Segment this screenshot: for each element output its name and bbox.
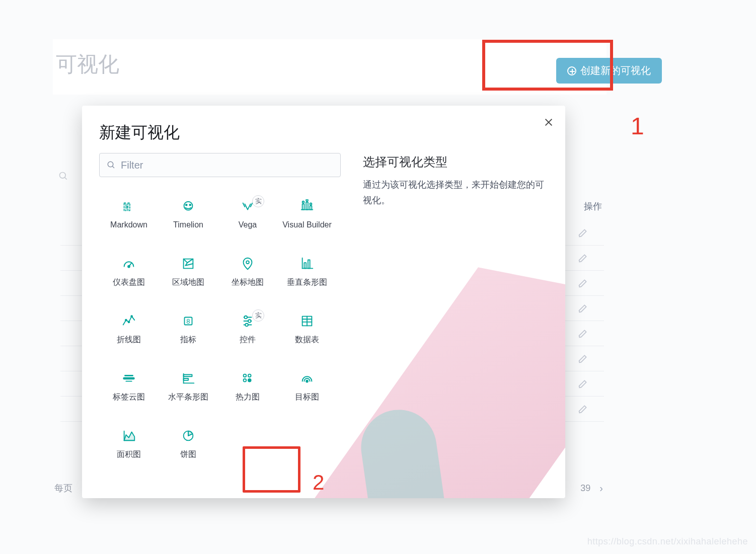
visualbuilder-icon [299, 199, 315, 214]
viz-label: 垂直条形图 [287, 277, 327, 288]
svg-point-24 [131, 315, 132, 317]
viz-type-pie[interactable]: 饼图 [159, 421, 218, 467]
chevron-right-icon[interactable]: › [599, 483, 603, 494]
svg-point-44 [244, 374, 247, 377]
filter-placeholder: Filter [121, 160, 143, 171]
create-visualization-button[interactable]: 创建新的可视化 [556, 58, 662, 84]
viz-label: 水平条形图 [168, 392, 208, 403]
viz-label: 折线图 [117, 335, 141, 345]
viz-type-timelion[interactable]: Timelion [159, 191, 218, 238]
annotation-number-2: 2 [313, 470, 324, 495]
svg-point-13 [310, 203, 312, 205]
svg-rect-20 [304, 263, 306, 268]
modal-left: Filter TMarkdownTimelion实VegaVisual Buil… [99, 153, 346, 495]
per-page-label[interactable]: 每页 [54, 482, 72, 494]
viz-type-vega[interactable]: 实Vega [218, 191, 277, 238]
svg-point-28 [244, 315, 247, 319]
svg-point-46 [244, 378, 247, 381]
svg-rect-43 [184, 378, 188, 380]
viz-label: 区域地图 [172, 277, 204, 288]
new-visualization-modal: 新建可视化 Filter TMarkdownTimelion实VegaVisua… [82, 106, 565, 498]
svg-line-3 [112, 166, 114, 168]
viz-type-area[interactable]: 面积图 [99, 421, 159, 467]
edit-icon[interactable] [578, 379, 588, 389]
viz-type-regionmap[interactable]: 区域地图 [159, 249, 218, 295]
svg-point-22 [125, 319, 127, 321]
create-button-label: 创建新的可视化 [580, 64, 651, 77]
viz-type-datatable[interactable]: 数据表 [277, 306, 337, 352]
viz-type-tagcloud[interactable]: 标签云图 [99, 363, 159, 410]
svg-text:T: T [125, 205, 128, 210]
edit-icon[interactable] [578, 228, 588, 238]
right-panel-title: 选择可视化类型 [363, 154, 547, 170]
heatmap-icon [240, 371, 255, 386]
metric-icon: 8 [181, 313, 196, 329]
viz-label: 仪表盘图 [113, 277, 145, 288]
viz-label: 面积图 [117, 449, 141, 460]
pie-icon [181, 428, 196, 443]
plus-circle-icon [567, 66, 576, 75]
viz-type-line[interactable]: 折线图 [99, 306, 159, 352]
edit-icon[interactable] [578, 404, 588, 414]
svg-point-2 [108, 162, 113, 167]
viz-type-vbar[interactable]: 垂直条形图 [277, 249, 337, 295]
datatable-icon [299, 313, 315, 329]
svg-rect-8 [303, 204, 305, 209]
edit-icon[interactable] [578, 329, 588, 339]
viz-type-metric[interactable]: 8指标 [159, 306, 218, 352]
modal-body: Filter TMarkdownTimelion实VegaVisual Buil… [82, 153, 565, 495]
viz-label: 标签云图 [113, 392, 145, 403]
viz-type-controls[interactable]: 实控件 [218, 306, 277, 352]
viz-label: Vega [239, 220, 257, 229]
page-number[interactable]: 39 [580, 483, 590, 494]
viz-label: Timelion [173, 220, 203, 229]
area-icon [121, 428, 136, 443]
svg-point-0 [60, 173, 66, 179]
viz-label: 目标图 [295, 392, 319, 403]
controls-icon: 实 [240, 313, 255, 329]
viz-type-heatmap[interactable]: 热力图 [218, 363, 277, 410]
vega-icon: 实 [240, 199, 255, 214]
vbar-icon [299, 256, 315, 271]
edit-icon[interactable] [578, 354, 588, 364]
viz-label: 饼图 [180, 449, 196, 460]
annotation-number-1: 1 [631, 112, 644, 140]
svg-point-17 [246, 261, 249, 264]
experimental-badge: 实 [252, 195, 264, 207]
viz-label: 数据表 [295, 335, 319, 345]
viz-type-gauge[interactable]: 仪表盘图 [99, 249, 159, 295]
line-icon [121, 313, 136, 329]
viz-type-goal[interactable]: 目标图 [277, 363, 337, 410]
main-panel: 可视化 [53, 39, 607, 95]
viz-type-visualbuilder[interactable]: Visual Builder [277, 191, 337, 238]
svg-point-23 [128, 321, 130, 323]
svg-point-11 [303, 201, 305, 203]
search-icon [58, 171, 68, 181]
close-icon[interactable] [543, 117, 554, 128]
edit-icon[interactable] [578, 303, 588, 313]
markdown-icon: T [121, 199, 136, 214]
modal-title: 新建可视化 [82, 106, 565, 153]
regionmap-icon [181, 256, 196, 271]
viz-label: Markdown [110, 220, 147, 229]
viz-type-markdown[interactable]: TMarkdown [99, 191, 159, 238]
search-icon [107, 161, 116, 170]
column-header-actions: 操作 [584, 200, 602, 212]
svg-line-1 [65, 178, 67, 180]
watermark: https://blog.csdn.net/xixihahalelehehe [587, 536, 748, 547]
right-panel-description: 通过为该可视化选择类型，来开始创建您的可视化。 [363, 177, 547, 208]
svg-point-12 [306, 199, 308, 201]
edit-icon[interactable] [578, 253, 588, 263]
edit-icon[interactable] [578, 278, 588, 288]
svg-point-7 [189, 204, 191, 206]
svg-point-32 [245, 323, 248, 326]
viz-type-coordmap[interactable]: 坐标地图 [218, 249, 277, 295]
viz-type-hbar[interactable]: 水平条形图 [159, 363, 218, 410]
tagcloud-icon [121, 371, 136, 386]
visualization-grid: TMarkdownTimelion实VegaVisual Builder仪表盘图… [99, 191, 346, 467]
filter-input[interactable]: Filter [99, 153, 341, 177]
viz-label: 热力图 [236, 392, 260, 403]
svg-point-48 [306, 380, 308, 382]
hbar-icon [181, 371, 196, 386]
svg-point-15 [128, 265, 130, 267]
